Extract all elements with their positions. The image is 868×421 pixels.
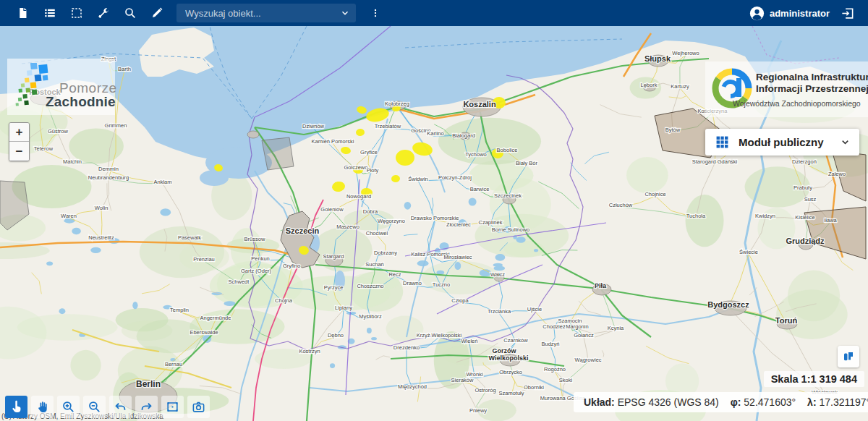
svg-text:Szczecinek: Szczecinek (494, 192, 522, 199)
svg-text:Kwidzyn: Kwidzyn (755, 213, 775, 219)
svg-text:Koszalin: Koszalin (463, 100, 496, 109)
svg-text:Krzyż Wielkopolski: Krzyż Wielkopolski (417, 332, 462, 339)
extent-icon (166, 400, 179, 414)
svg-text:Wągrowiec: Wągrowiec (574, 357, 601, 363)
svg-text:Chojnice: Chojnice (644, 191, 665, 197)
camera-icon (192, 400, 205, 414)
logout-button[interactable] (834, 0, 861, 26)
svg-text:Chociwel: Chociwel (366, 230, 388, 237)
svg-text:Tuczno: Tuczno (433, 281, 450, 288)
search-button[interactable] (116, 0, 143, 26)
svg-text:Barth: Barth (118, 66, 131, 72)
svg-text:Kcynia: Kcynia (608, 325, 624, 331)
svg-text:Pyrzyce: Pyrzyce (324, 284, 344, 291)
user-menu[interactable]: administrator (749, 6, 830, 21)
svg-text:Teterow: Teterow (34, 145, 54, 152)
object-search[interactable] (176, 4, 356, 22)
svg-text:Chodzież: Chodzież (542, 323, 566, 330)
geoportal-widget-icon (842, 350, 855, 363)
undo-button[interactable] (109, 396, 132, 418)
module-selector[interactable]: Moduł publiczny (705, 129, 859, 156)
svg-text:Pniewy: Pniewy (469, 407, 487, 414)
list-icon (43, 7, 56, 20)
svg-text:Dębno: Dębno (328, 332, 344, 339)
layers-list-button[interactable] (36, 0, 63, 26)
user-name: administrator (770, 8, 830, 19)
zoom-out-tool[interactable] (83, 396, 106, 418)
draw-button[interactable] (143, 0, 170, 26)
svg-text:Budzyń: Budzyń (541, 341, 559, 347)
svg-text:Prenzlau: Prenzlau (193, 256, 215, 263)
latitude-readout: φ: 52.471603° (731, 396, 796, 408)
svg-text:Człopa: Człopa (451, 297, 469, 304)
svg-text:Nowogard: Nowogard (346, 193, 371, 200)
svg-text:Borne Sulinowo: Borne Sulinowo (492, 226, 530, 233)
more-options-button[interactable] (362, 0, 388, 26)
svg-text:Dobra: Dobra (363, 208, 378, 215)
search-input[interactable] (185, 8, 340, 19)
zoom-control: + − (9, 122, 30, 161)
svg-text:Międzychód: Międzychód (398, 383, 427, 390)
crs-readout: Układ: EPSG 4326 (WGS 84) (584, 396, 719, 408)
svg-text:Kołobrzeg: Kołobrzeg (385, 101, 409, 107)
svg-text:Bytów: Bytów (665, 127, 681, 133)
chevron-down-icon[interactable] (340, 8, 350, 18)
svg-text:Słupsk: Słupsk (644, 54, 671, 63)
svg-text:Kartuzy: Kartuzy (671, 83, 689, 90)
svg-text:Człuchów: Człuchów (609, 202, 633, 208)
svg-text:Ostroróg: Ostroróg (475, 387, 495, 394)
svg-text:Wejherowo: Wejherowo (672, 50, 699, 56)
riip-title: Regionalna InfrastrukturaInformacji Prze… (756, 72, 868, 95)
kebab-menu-icon (370, 7, 380, 20)
svg-text:Grudziądz: Grudziądz (786, 237, 825, 245)
svg-text:Trzebiatów: Trzebiatów (375, 123, 401, 129)
svg-text:Rogoźno: Rogoźno (544, 366, 566, 373)
svg-text:Drawno: Drawno (403, 280, 422, 286)
svg-text:Wolin: Wolin (95, 205, 109, 211)
geoportal-widget-button[interactable] (838, 346, 859, 367)
svg-text:Starogard Gdański: Starogard Gdański (692, 158, 738, 165)
svg-text:Malchin: Malchin (63, 158, 82, 165)
riip-subtitle: Województwa Zachodniopomorskiego (733, 99, 861, 108)
screenshot-button[interactable] (187, 396, 210, 418)
svg-text:Dzierzgoń: Dzierzgoń (792, 158, 817, 165)
map-container: BarthZingstGrimmenDemminAnklamMalchinTet… (0, 26, 868, 421)
svg-text:Piła: Piła (595, 282, 607, 289)
new-document-button[interactable] (9, 0, 36, 26)
svg-text:Toruń: Toruń (775, 316, 798, 325)
svg-text:Prabuty: Prabuty (793, 184, 812, 191)
svg-text:Penkun: Penkun (251, 255, 269, 262)
svg-text:Drawsko Pomorskie: Drawsko Pomorskie (411, 215, 459, 221)
svg-text:Świdwin: Świdwin (408, 176, 428, 182)
svg-text:Templin: Templin (170, 307, 189, 313)
full-extent-button[interactable] (161, 396, 184, 418)
svg-text:Trzcianka: Trzcianka (488, 308, 511, 315)
pan-tool[interactable] (31, 396, 54, 418)
pointer-select-tool[interactable] (5, 396, 27, 418)
zoom-in-button[interactable]: + (9, 123, 29, 142)
zoom-out-button[interactable]: − (9, 142, 29, 161)
svg-text:Recz: Recz (388, 271, 401, 278)
zoom-in-tool[interactable] (57, 396, 80, 418)
svg-text:Obrzycko: Obrzycko (499, 369, 522, 375)
scale-indicator: Skala 1:1 319 484 (764, 371, 864, 387)
svg-text:Wieleń: Wieleń (461, 338, 478, 344)
chevron-down-icon (840, 137, 851, 148)
wrench-icon (97, 7, 110, 20)
map-tools (5, 396, 210, 418)
svg-text:Zalewo: Zalewo (828, 171, 846, 177)
svg-text:Płoty: Płoty (367, 167, 379, 174)
svg-text:Bobolice: Bobolice (497, 147, 518, 153)
select-area-button[interactable] (63, 0, 90, 26)
svg-text:Dobrzany: Dobrzany (374, 250, 397, 256)
svg-text:Gartz (Oder): Gartz (Oder) (241, 268, 272, 274)
svg-text:Tychowo: Tychowo (465, 151, 487, 158)
tools-button[interactable] (90, 0, 116, 26)
svg-text:Gorzów: Gorzów (493, 347, 517, 354)
riip-logo-panel: Regionalna InfrastrukturaInformacji Prze… (705, 61, 868, 117)
redo-button[interactable] (135, 396, 158, 418)
svg-text:Goleniów: Goleniów (320, 206, 344, 213)
svg-text:Schwedt: Schwedt (229, 278, 250, 285)
svg-text:Gryfice: Gryfice (360, 149, 378, 156)
module-selector-label: Moduł publiczny (739, 136, 840, 148)
